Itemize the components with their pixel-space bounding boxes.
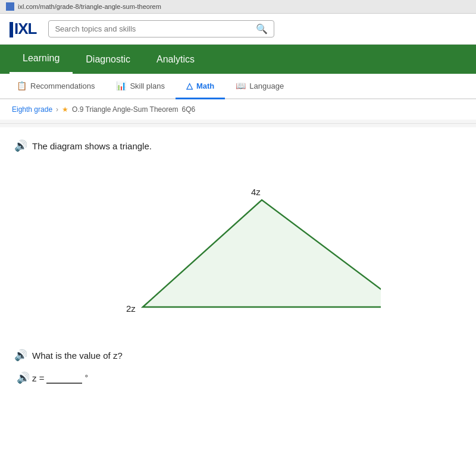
main-content: 🔊 The diagram shows a triangle. 4z 2z 42… <box>0 127 476 476</box>
answer-input[interactable] <box>46 372 82 384</box>
header: IXL 🔍 <box>0 14 476 45</box>
answer-label: z = <box>32 373 44 383</box>
audio-icon-3[interactable]: 🔊 <box>17 371 30 384</box>
nav-bar: Learning Diagnostic Analytics <box>0 45 476 74</box>
triangle-diagram: 4z 2z 42° <box>14 164 462 331</box>
browser-bar: ixl.com/math/grade-8/triangle-angle-sum-… <box>0 0 476 14</box>
divider <box>0 123 476 124</box>
tab-recommendations[interactable]: 📋 Recommendations <box>6 74 105 99</box>
search-input[interactable] <box>55 24 251 33</box>
favicon <box>6 2 14 11</box>
triangle-svg: 4z 2z 42° <box>95 164 381 331</box>
tab-skill-plans[interactable]: 📊 Skill plans <box>105 74 176 99</box>
angle-top-label: 4z <box>251 187 261 197</box>
breadcrumb-code: 6Q6 <box>182 105 196 114</box>
nav-item-learning[interactable]: Learning <box>10 45 73 74</box>
question1-text: The diagram shows a triangle. <box>32 141 152 151</box>
breadcrumb: Eighth grade › ★ O.9 Triangle Angle-Sum … <box>0 99 476 120</box>
answer-row: 🔊 z = ° <box>14 371 462 384</box>
degree-symbol: ° <box>84 373 88 383</box>
tab-language[interactable]: 📖 Language <box>225 74 295 99</box>
nav-item-diagnostic[interactable]: Diagnostic <box>73 46 143 73</box>
url-text: ixl.com/math/grade-8/triangle-angle-sum-… <box>18 3 161 10</box>
breadcrumb-current: O.9 Triangle Angle-Sum Theorem <box>72 105 178 114</box>
question2: 🔊 What is the value of z? <box>14 349 462 362</box>
breadcrumb-star: ★ <box>62 105 68 114</box>
math-icon: △ <box>186 81 193 90</box>
breadcrumb-parent[interactable]: Eighth grade <box>12 105 52 114</box>
ixl-logo[interactable]: IXL <box>10 20 36 38</box>
question2-text: What is the value of z? <box>32 350 123 361</box>
recommendations-icon: 📋 <box>17 81 27 90</box>
audio-icon-1[interactable]: 🔊 <box>14 139 27 152</box>
tab-bar: 📋 Recommendations 📊 Skill plans △ Math 📖… <box>0 74 476 99</box>
breadcrumb-chevron: › <box>56 105 58 114</box>
search-icon: 🔍 <box>256 23 268 35</box>
tab-math[interactable]: △ Math <box>176 74 225 99</box>
angle-left-label: 2z <box>126 303 136 314</box>
audio-icon-2[interactable]: 🔊 <box>14 349 27 362</box>
triangle-polygon <box>143 200 381 307</box>
nav-item-analytics[interactable]: Analytics <box>143 46 208 73</box>
search-box[interactable]: 🔍 <box>48 20 274 37</box>
question1: 🔊 The diagram shows a triangle. <box>14 139 462 152</box>
skill-plans-icon: 📊 <box>116 81 126 90</box>
language-icon: 📖 <box>236 81 246 90</box>
